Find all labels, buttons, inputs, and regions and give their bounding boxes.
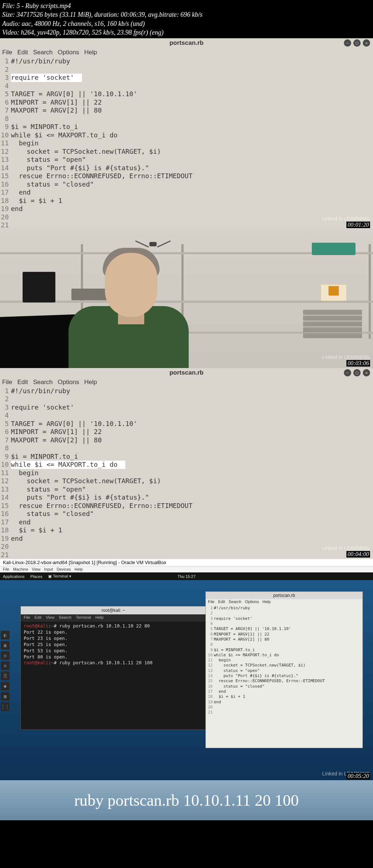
file-line3: Audio: aac, 48000 Hz, 2 channels, s16, 1… [2,19,371,28]
kali-places[interactable]: Places [30,574,42,579]
kali-dock: ◧ ▣ ◎ ⚙ ☰ ● ▦ ⋮⋮ [1,631,9,711]
file-line2: Size: 34717526 bytes (33.11 MiB), durati… [2,10,371,19]
router-prop [23,272,55,302]
kali-terminal-launcher[interactable]: Terminal [53,574,68,578]
vbox-menu-input[interactable]: Input [44,567,53,571]
code-lines[interactable]: #!/usr/bin/ruby require 'socket' TARGET … [10,387,373,559]
editor-titlebar[interactable]: portscan.rb — ▢ ✕ [0,38,373,48]
panel-4-virtualbox: Kali-Linux-2018.2-vbox-amd64 [Snapshot 1… [0,559,373,820]
terminal-title[interactable]: root@kali: ~ [21,606,206,614]
timestamp-2: 00:03:06 [346,360,370,367]
term-menu-view[interactable]: View [46,615,55,621]
maximize-icon[interactable]: ▢ [353,369,361,376]
term-menu-help[interactable]: Help [95,615,104,621]
vbox-menu-machine[interactable]: Machine [13,567,28,571]
menu-options[interactable]: Options [58,379,79,386]
menu-file[interactable]: File [2,49,12,56]
vbox-menu-view[interactable]: View [32,567,40,571]
code-area[interactable]: 123456789101112131415161718192021 #!/usr… [0,57,373,230]
menu-options[interactable]: Options [58,49,79,56]
editor-title: portscan.rb [169,39,204,47]
terminal-menubar: File Edit View Search Terminal Help [21,614,206,622]
panel-2-instructor: Linked in LEARNING 00:03:06 [0,230,373,368]
editor-menubar: File Edit Search Options Help [0,378,373,387]
dock-icon-1[interactable]: ◧ [1,631,9,640]
vbox-title: Kali-Linux-2018.2-vbox-amd64 [Snapshot 1… [0,559,373,566]
term-menu-terminal[interactable]: Terminal [76,615,91,621]
timestamp-3: 00:04:00 [346,551,370,558]
line-gutter: 123456789101112131415161718192021 [0,387,10,559]
small-editor-window[interactable]: portscan.rb File Edit Search Options Hel… [205,591,363,748]
editor-menubar: File Edit Search Options Help [0,48,373,57]
shelf-box [312,243,356,255]
close-icon[interactable]: ✕ [363,369,370,376]
se-menu-help[interactable]: Help [262,599,271,605]
se-menu-edit[interactable]: Edit [218,599,225,605]
command-text: ruby portscan.rb 10.10.1.11 20 100 [74,791,299,810]
small-editor-title[interactable]: portscan.rb [206,592,362,599]
vbox-menu-help[interactable]: Help [75,567,83,571]
dock-icon-6[interactable]: ● [1,682,9,691]
menu-edit[interactable]: Edit [17,49,28,56]
kali-topbar: Applications Places ▣ Terminal ▾ Thu 15:… [0,572,373,580]
file-line1: File: 5 - Ruby scripts.mp4 [2,1,371,10]
se-menu-search[interactable]: Search [229,599,242,605]
linkedin-watermark: Linked in LEARNING [322,545,370,551]
maximize-icon[interactable]: ▢ [353,39,361,47]
dock-icon-3[interactable]: ◎ [1,651,9,660]
code-area[interactable]: 123456789101112131415161718192021 #!/usr… [0,387,373,559]
dock-icon-2[interactable]: ▣ [1,641,9,650]
menu-help[interactable]: Help [84,49,97,56]
se-menu-options[interactable]: Options [245,599,259,605]
dock-icon-8[interactable]: ⋮⋮ [1,702,9,711]
menu-search[interactable]: Search [33,379,53,386]
term-menu-search[interactable]: Search [59,615,71,621]
kali-applications[interactable]: Applications [3,574,24,579]
kali-clock[interactable]: Thu 15:27 [177,574,196,579]
file-info-header: File: 5 - Ruby scripts.mp4 Size: 3471752… [0,0,373,38]
vbox-menu-file[interactable]: File [3,567,9,571]
small-editor-gutter: 123456789101112131415161718192021 [206,606,214,715]
timestamp-1: 00:01:20 [346,222,370,228]
panel-3-editor: portscan.rb — ▢ ✕ File Edit Search Optio… [0,368,373,559]
timestamp-4: 00:05:20 [346,773,370,779]
terminal-window[interactable]: root@kali: ~ File Edit View Search Termi… [20,606,206,730]
menu-edit[interactable]: Edit [17,379,28,386]
minimize-icon[interactable]: — [344,39,351,47]
se-menu-file[interactable]: File [208,599,215,605]
instructor-head [105,253,157,317]
vbox-menubar: File Machine View Input Devices Help [0,566,373,572]
kali-desktop[interactable]: Applications Places ▣ Terminal ▾ Thu 15:… [0,572,373,820]
minimize-icon[interactable]: — [344,369,351,376]
linkedin-watermark: Linked in LEARNING [322,216,370,222]
term-menu-file[interactable]: File [24,615,30,621]
code-lines[interactable]: #!/usr/bin/ruby require 'socket' TARGET … [10,57,373,230]
vbox-menu-devices[interactable]: Devices [56,567,71,571]
editor-title: portscan.rb [169,369,204,376]
editor-titlebar[interactable]: portscan.rb — ▢ ✕ [0,368,373,378]
linkedin-watermark: Linked in LEARNING [322,354,370,360]
command-banner: ruby portscan.rb 10.10.1.11 20 100 [0,780,373,820]
menu-help[interactable]: Help [84,379,97,386]
dock-icon-7[interactable]: ▦ [1,692,9,701]
menu-search[interactable]: Search [33,49,53,56]
small-editor-lines[interactable]: #!/usr/bin/ruby require 'socket' TARGET … [214,606,362,715]
line-gutter: 123456789101112131415161718192021 [0,57,10,230]
software-box-prop [321,284,347,301]
term-menu-edit[interactable]: Edit [35,615,42,621]
file-line4: Video: h264, yuv420p, 1280x720, 525 kb/s… [2,28,371,37]
dock-icon-4[interactable]: ⚙ [1,661,9,670]
laptop-stack-prop [303,310,362,336]
small-editor-menubar: File Edit Search Options Help [206,599,362,606]
panel-1-editor: portscan.rb — ▢ ✕ File Edit Search Optio… [0,38,373,230]
dock-icon-5[interactable]: ☰ [1,672,9,680]
terminal-body[interactable]: root@kali:~# ruby portscan.rb 10.10.1.10… [21,622,206,668]
close-icon[interactable]: ✕ [363,39,370,47]
menu-file[interactable]: File [2,379,12,386]
